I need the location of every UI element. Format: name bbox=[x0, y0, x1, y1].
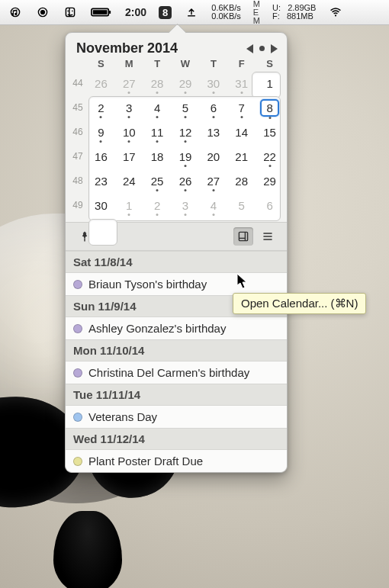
event-item[interactable]: Ashley Gonzalez's birthday bbox=[66, 317, 287, 339]
svg-point-2 bbox=[41, 11, 45, 14]
battery-menubar-icon[interactable] bbox=[90, 5, 113, 20]
network-stats: 0.6KB/s 0.0KB/s bbox=[211, 4, 241, 21]
events-list: Sat 11/8/14Briaun Tyson's birthdaySun 11… bbox=[66, 251, 287, 472]
event-day-header: Mon 11/10/14 bbox=[66, 339, 287, 361]
calendar-day[interactable]: 9 bbox=[87, 120, 115, 144]
week-number: 44 bbox=[69, 71, 87, 95]
upload-menubar-icon[interactable] bbox=[184, 5, 199, 20]
menu-button[interactable] bbox=[258, 227, 278, 246]
event-color-dot bbox=[73, 368, 82, 378]
event-title: Ashley Gonzalez's birthday bbox=[88, 322, 226, 335]
calendar-day[interactable]: 1 bbox=[115, 193, 143, 217]
calendar-day[interactable]: 4 bbox=[143, 95, 172, 120]
calendar-dropdown: November 2014 S M T W T F S 442627282930… bbox=[65, 32, 288, 473]
event-item[interactable]: Christina Del Carmen's birthday bbox=[66, 361, 287, 384]
event-title: Briaun Tyson's birthday bbox=[88, 278, 207, 291]
calendar-day[interactable]: 30 bbox=[199, 71, 227, 95]
calendar-day[interactable]: 14 bbox=[227, 120, 256, 144]
calendar-day[interactable]: 15 bbox=[256, 120, 284, 144]
calendar-day[interactable]: 28 bbox=[143, 71, 172, 95]
week-number: 46 bbox=[69, 120, 87, 144]
menubar-notification-badge[interactable]: 8 bbox=[159, 6, 172, 19]
calendar-day[interactable]: 19 bbox=[172, 144, 200, 169]
calendar-day[interactable]: 12 bbox=[172, 120, 200, 144]
calendar-day[interactable]: 23 bbox=[87, 169, 115, 193]
calendar-grid: 4426272829303114523456784691011121314154… bbox=[69, 71, 284, 217]
menubar-clock[interactable]: 2:00 bbox=[125, 6, 146, 18]
day-of-week-header: S M T W T F S bbox=[69, 58, 284, 69]
calendar-day[interactable]: 29 bbox=[256, 169, 284, 193]
mem-label: MEM bbox=[253, 0, 260, 25]
calendar-day[interactable]: 2 bbox=[87, 95, 115, 120]
calendar-day[interactable]: 5 bbox=[227, 193, 256, 217]
calendar-day[interactable]: 3 bbox=[172, 193, 200, 217]
event-color-dot bbox=[73, 324, 82, 333]
calendar-day[interactable]: 13 bbox=[199, 120, 227, 144]
itunes-menubar-icon[interactable] bbox=[8, 5, 23, 20]
memory-stats: U: 2.89GB F: 881MB bbox=[272, 4, 316, 21]
finder-menubar-icon[interactable] bbox=[63, 5, 78, 20]
calendar-day[interactable]: 30 bbox=[87, 193, 115, 217]
event-day-header: Sat 11/8/14 bbox=[66, 251, 287, 273]
event-item[interactable]: Veterans Day bbox=[66, 406, 287, 428]
week-number: 47 bbox=[69, 144, 87, 169]
open-calendar-button[interactable] bbox=[233, 227, 253, 246]
event-day-header: Tue 11/11/14 bbox=[66, 384, 287, 406]
calendar-day[interactable]: 1 bbox=[256, 71, 284, 95]
calendar-day[interactable]: 26 bbox=[172, 169, 200, 193]
calendar-day[interactable]: 5 bbox=[172, 95, 200, 120]
calendar-day[interactable]: 6 bbox=[199, 95, 227, 120]
wifi-menubar-icon[interactable] bbox=[328, 5, 343, 20]
calendar-day[interactable]: 17 bbox=[115, 144, 143, 169]
calendar-day[interactable]: 20 bbox=[199, 144, 227, 169]
pin-button[interactable] bbox=[75, 227, 95, 246]
event-title: Veterans Day bbox=[88, 410, 157, 423]
mac-menubar: 2:00 8 0.6KB/s 0.0KB/s MEM U: 2.89GB F: … bbox=[0, 0, 389, 25]
calendar-day[interactable]: 4 bbox=[199, 193, 227, 217]
calendar-day[interactable]: 29 bbox=[172, 71, 200, 95]
calendar-day[interactable]: 7 bbox=[227, 95, 256, 120]
calendar-day[interactable]: 16 bbox=[87, 144, 115, 169]
calendar-day[interactable]: 3 bbox=[115, 95, 143, 120]
next-month-button[interactable] bbox=[271, 44, 278, 53]
calendar-day[interactable]: 27 bbox=[115, 71, 143, 95]
calendar-day[interactable]: 10 bbox=[115, 120, 143, 144]
calendar-day[interactable]: 6 bbox=[256, 193, 284, 217]
calendar-day[interactable]: 28 bbox=[227, 169, 256, 193]
week-number: 48 bbox=[69, 169, 87, 193]
event-color-dot bbox=[73, 413, 82, 422]
calendar-day[interactable]: 26 bbox=[87, 71, 115, 95]
calendar-title: November 2014 bbox=[76, 40, 178, 56]
event-title: Christina Del Carmen's birthday bbox=[88, 366, 249, 379]
event-color-dot bbox=[73, 457, 82, 466]
week-number: 49 bbox=[69, 193, 87, 217]
calendar-day[interactable]: 2 bbox=[143, 193, 172, 217]
calendar-day[interactable]: 22 bbox=[256, 144, 284, 169]
event-item[interactable]: Plant Poster Draft Due bbox=[66, 450, 287, 472]
svg-point-9 bbox=[335, 14, 336, 16]
svg-rect-8 bbox=[93, 10, 108, 14]
calendar-day[interactable]: 21 bbox=[227, 144, 256, 169]
calendar-day[interactable]: 18 bbox=[143, 144, 172, 169]
svg-rect-11 bbox=[239, 232, 247, 240]
week-number: 45 bbox=[69, 95, 87, 120]
event-item[interactable]: Briaun Tyson's birthday bbox=[66, 273, 287, 295]
tooltip: Open Calendar... (⌘N) bbox=[233, 293, 366, 314]
calendar-day[interactable]: 25 bbox=[143, 169, 172, 193]
today-button[interactable] bbox=[259, 46, 265, 51]
record-menubar-icon[interactable] bbox=[35, 5, 50, 20]
svg-rect-7 bbox=[109, 11, 111, 14]
event-title: Plant Poster Draft Due bbox=[88, 455, 203, 468]
calendar-day[interactable]: 11 bbox=[143, 120, 172, 144]
prev-month-button[interactable] bbox=[246, 44, 253, 53]
calendar-day[interactable]: 27 bbox=[199, 169, 227, 193]
calendar-day[interactable]: 31 bbox=[227, 71, 256, 95]
event-color-dot bbox=[73, 280, 82, 289]
event-day-header: Wed 11/12/14 bbox=[66, 428, 287, 450]
calendar-day[interactable]: 8 bbox=[256, 95, 284, 120]
calendar-day[interactable]: 24 bbox=[115, 169, 143, 193]
